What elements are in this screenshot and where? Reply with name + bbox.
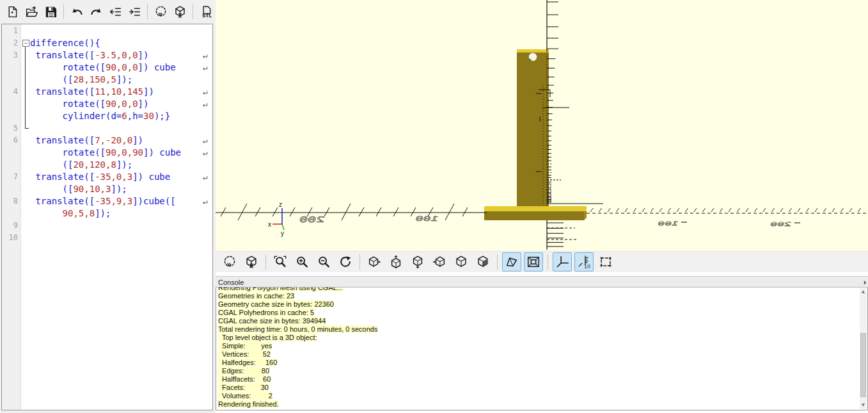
code-keyword: ([: [30, 184, 73, 194]
code-editor[interactable]: 12difference(){3 translate([-3.5,0,0])↵ …: [1, 24, 213, 410]
scrollbar-thumb[interactable]: [860, 333, 866, 397]
preview-button[interactable]: »: [152, 2, 169, 21]
console-scrollbar[interactable]: ▲ ▼: [860, 288, 867, 409]
zoom-in-icon: [295, 255, 309, 269]
undo-button[interactable]: [68, 2, 85, 21]
scrollbar-down-arrow[interactable]: ▼: [860, 401, 867, 409]
code-row[interactable]: 8 translate([-35,9,3])cube([↵: [2, 195, 212, 207]
code-keyword: [30, 208, 63, 218]
view-front-button[interactable]: [452, 252, 471, 271]
editor-panel: »STL 12difference(){3 translate([-3.5,0,…: [0, 0, 216, 413]
console-line: Vertices: 52: [218, 350, 858, 359]
code-keyword: rotate([: [30, 99, 106, 109]
line-number: 5: [2, 122, 18, 134]
code-row[interactable]: ([28,150,5]);: [2, 74, 212, 86]
show-edges-button[interactable]: [596, 252, 615, 271]
vp-preview-button[interactable]: »: [220, 252, 239, 271]
view-left-button[interactable]: [430, 252, 449, 271]
toolbar-separator: [63, 4, 64, 19]
export-stl-button[interactable]: STL: [198, 2, 214, 21]
redo-icon: [90, 5, 103, 19]
code-row[interactable]: rotate([90,0,90]) cube↵: [2, 147, 212, 159]
render-icon: [244, 255, 258, 269]
line-number: 7: [2, 171, 18, 183]
unindent-button[interactable]: [107, 2, 123, 21]
code-row[interactable]: cylinder(d=6,h=30);}: [2, 110, 212, 122]
code-row[interactable]: 1: [2, 25, 212, 37]
code-row[interactable]: 6 translate([7,-20,0])↵: [2, 134, 212, 147]
zoom-in-button[interactable]: [292, 252, 312, 271]
code-row[interactable]: 4 translate([11,10,145])↵: [2, 86, 212, 98]
3d-viewport[interactable]: z x y 200 100 100 200: [216, 0, 868, 251]
open-file-button[interactable]: [23, 2, 40, 21]
render-button[interactable]: [171, 2, 188, 21]
view-top-icon: [389, 255, 403, 269]
view-orthogonal-button[interactable]: [524, 252, 543, 271]
view-perspective-button[interactable]: [502, 252, 521, 271]
code-keyword: ([: [30, 74, 73, 85]
code-row[interactable]: 10: [2, 232, 212, 244]
code-row[interactable]: rotate([90,0,0]) cube↵: [2, 61, 212, 74]
scrollbar-up-arrow[interactable]: ▲: [860, 288, 867, 296]
code-keyword: translate([: [30, 50, 95, 60]
view-top-button[interactable]: [386, 252, 406, 271]
code-keyword: ]): [143, 86, 154, 97]
view-back-button[interactable]: [473, 252, 493, 271]
code-number: 30: [143, 111, 154, 121]
code-number: -35,0,3: [95, 172, 132, 182]
vp-render-button[interactable]: [242, 252, 261, 271]
redo-button[interactable]: [88, 2, 104, 21]
fold-collapse-icon[interactable]: −: [22, 40, 29, 47]
reset-view-button[interactable]: [336, 252, 355, 271]
code-text: ([20,120,8]);: [30, 159, 132, 171]
code-row[interactable]: ([90,10,3]);: [2, 183, 212, 195]
code-text: rotate([90,0,0]): [30, 98, 148, 110]
new-file-icon: [6, 5, 19, 19]
console-line: Simple: yes: [218, 342, 858, 350]
show-axes-button[interactable]: [553, 252, 572, 271]
view-back-icon: [476, 255, 490, 269]
svg-text:»: »: [157, 9, 162, 18]
code-number: 11,10,145: [95, 86, 143, 97]
code-keyword: ]);: [111, 184, 127, 194]
code-keyword: ]): [132, 135, 143, 145]
code-row[interactable]: 3 translate([-3.5,0,0])↵: [2, 49, 212, 61]
x-axis-label: x: [268, 221, 271, 228]
code-row[interactable]: rotate([90,0,0])↵: [2, 98, 212, 110]
code-row[interactable]: 5: [2, 122, 212, 134]
line-number: 3: [2, 49, 18, 61]
view-right-button[interactable]: [365, 252, 384, 271]
console-output: Rendering Polygon Mesh using CGAL...Geom…: [216, 287, 868, 410]
zoom-all-button[interactable]: [271, 252, 290, 271]
console-line: Geometry cache size in bytes: 22360: [218, 300, 858, 309]
code-keyword: translate([: [30, 172, 95, 182]
svg-text:STL: STL: [201, 12, 211, 18]
indent-button[interactable]: [126, 2, 143, 21]
code-number: 90,0,0: [106, 99, 138, 109]
svg-text:»: »: [226, 259, 232, 269]
x-axis-number-200: 200: [299, 215, 326, 223]
console-line: CGAL cache size in bytes: 394944: [218, 317, 858, 325]
code-row[interactable]: ([20,120,8]);: [2, 159, 212, 171]
code-keyword: ]): [138, 50, 149, 60]
show-scale-markers-button[interactable]: 10: [574, 252, 594, 271]
code-row[interactable]: 9: [2, 220, 212, 232]
zoom-out-button[interactable]: [314, 252, 333, 271]
console-line: Rendering Polygon Mesh using CGAL...: [218, 287, 858, 292]
code-keyword: ]) cube: [138, 62, 176, 72]
code-row[interactable]: 90,5,8]);: [2, 207, 212, 220]
code-number: 90,5,8: [63, 208, 95, 218]
new-file-button[interactable]: [4, 2, 20, 21]
code-row[interactable]: 2difference(){: [2, 37, 212, 49]
code-row[interactable]: 7 translate([-35,0,3]) cube↵: [2, 171, 212, 183]
open-folder-icon: [25, 5, 38, 19]
toolbar-separator: [548, 254, 548, 270]
zoom-all-icon: [273, 255, 287, 269]
console-float-button[interactable]: ›: [864, 277, 866, 288]
view-bottom-button[interactable]: [408, 252, 427, 271]
main-toolbar: »STL: [0, 0, 216, 23]
model-slab: [517, 49, 549, 206]
save-file-button[interactable]: [42, 2, 59, 21]
view-bottom-icon: [411, 255, 425, 269]
code-number: 90,10,3: [73, 184, 111, 194]
